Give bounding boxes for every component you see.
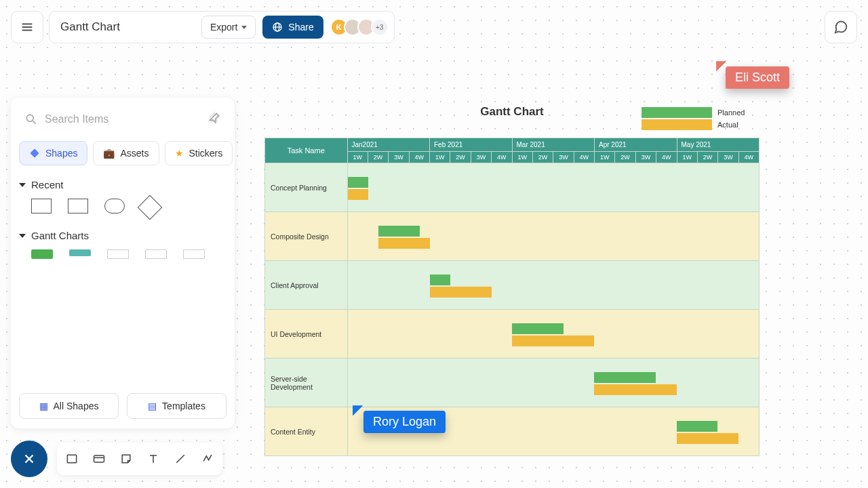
all-shapes-button[interactable]: ▦ All Shapes <box>19 393 119 419</box>
pin-icon[interactable] <box>208 111 221 127</box>
tab-stickers[interactable]: ★ Stickers <box>165 141 233 165</box>
task-name: Content Entity <box>265 407 348 456</box>
title-card: Gantt Chart Export Share K +3 <box>49 11 395 43</box>
task-bar-cell[interactable] <box>347 163 760 212</box>
star-icon: ★ <box>175 148 184 159</box>
gantt-thumb[interactable] <box>69 249 91 256</box>
svg-rect-11 <box>67 455 76 463</box>
task-name: Composite Design <box>265 212 348 261</box>
gantt-thumb[interactable] <box>107 249 129 259</box>
globe-icon <box>272 22 283 33</box>
planned-bar[interactable] <box>677 421 718 432</box>
export-button[interactable]: Export <box>201 16 256 39</box>
comments-button[interactable] <box>825 11 857 43</box>
text-tool[interactable] <box>145 451 161 467</box>
gantt-chart[interactable]: Gantt Chart Task NameJan2021Feb 2021Mar … <box>264 105 760 456</box>
card-tool[interactable] <box>91 451 107 467</box>
tab-shapes[interactable]: Shapes <box>19 141 87 165</box>
task-name: Client Approval <box>265 261 348 310</box>
planned-bar[interactable] <box>594 372 656 383</box>
planned-bar[interactable] <box>430 274 450 285</box>
gantt-thumb[interactable] <box>183 249 205 259</box>
task-bar-cell[interactable] <box>347 212 760 261</box>
task-bar-cell[interactable] <box>347 261 760 310</box>
planned-bar[interactable] <box>348 177 368 188</box>
chart-title: Gantt Chart <box>264 105 760 119</box>
sticky-note-tool[interactable] <box>118 451 134 467</box>
svg-line-7 <box>33 121 36 124</box>
gantt-thumb[interactable] <box>31 249 53 259</box>
actual-bar[interactable] <box>430 287 492 298</box>
cursor-icon: ◤ <box>353 401 363 418</box>
share-button[interactable]: Share <box>262 16 323 39</box>
template-icon: ▤ <box>148 401 157 411</box>
tab-assets[interactable]: 💼 Assets <box>93 141 159 165</box>
gantt-thumb[interactable] <box>145 249 167 259</box>
avatar-more[interactable]: +3 <box>371 18 389 36</box>
shape-diamond[interactable] <box>138 195 163 220</box>
search-icon <box>24 113 38 126</box>
chevron-down-icon <box>19 234 26 238</box>
actual-bar[interactable] <box>378 238 430 249</box>
briefcase-icon: 💼 <box>103 148 115 159</box>
collaborator-cursor: Eli Scott <box>726 66 789 89</box>
shape-icon <box>29 148 40 159</box>
chat-icon <box>833 20 848 35</box>
templates-button[interactable]: ▤ Templates <box>127 393 226 419</box>
task-name: Server-side Development <box>265 359 348 407</box>
svg-line-16 <box>176 455 184 463</box>
svg-rect-12 <box>94 455 104 462</box>
grid-icon: ▦ <box>39 401 48 411</box>
svg-point-6 <box>26 115 33 121</box>
shapes-panel: Shapes 💼 Assets ★ Stickers Recent Gantt … <box>11 98 235 428</box>
svg-rect-8 <box>30 148 39 157</box>
chevron-down-icon <box>19 183 26 187</box>
task-name: UI Development <box>265 310 348 359</box>
cursor-icon: ◤ <box>716 57 726 73</box>
planned-bar[interactable] <box>378 226 420 237</box>
document-title[interactable]: Gantt Chart <box>60 20 120 34</box>
task-name: Concept Planning <box>265 163 348 212</box>
chevron-down-icon <box>241 26 247 29</box>
tool-strip <box>57 443 222 475</box>
hamburger-icon <box>20 20 35 35</box>
actual-bar[interactable] <box>594 384 676 395</box>
actual-bar[interactable] <box>677 433 738 444</box>
task-bar-cell[interactable] <box>347 310 760 359</box>
section-recent[interactable]: Recent <box>19 179 226 190</box>
rectangle-tool[interactable] <box>64 451 80 467</box>
actual-bar[interactable] <box>512 336 594 346</box>
close-icon <box>22 451 37 466</box>
shape-rectangle[interactable] <box>31 199 52 214</box>
task-bar-cell[interactable] <box>347 359 760 407</box>
section-gantt-charts[interactable]: Gantt Charts <box>19 230 226 241</box>
line-tool[interactable] <box>172 451 189 467</box>
menu-button[interactable] <box>11 11 43 43</box>
search-input[interactable] <box>45 113 201 125</box>
close-panel-button[interactable] <box>11 441 47 477</box>
planned-bar[interactable] <box>512 323 564 334</box>
collaborator-cursor: Rory Logan <box>363 411 446 433</box>
collaborator-avatars[interactable]: K +3 <box>334 18 389 36</box>
shape-pill[interactable] <box>104 199 125 214</box>
shape-rectangle[interactable] <box>68 199 88 214</box>
actual-bar[interactable] <box>348 189 368 200</box>
freehand-tool[interactable] <box>199 451 216 467</box>
